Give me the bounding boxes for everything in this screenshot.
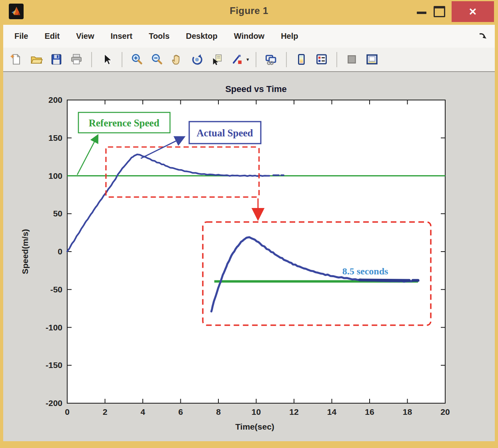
menu-file[interactable]: File	[14, 32, 28, 41]
x-tick-label: 6	[178, 407, 183, 416]
toolbar-separator	[91, 52, 92, 67]
minimize-button[interactable]	[413, 1, 430, 22]
insert-colorbar-icon[interactable]	[294, 52, 309, 68]
y-tick-label: 100	[48, 171, 62, 180]
rotate-3d-icon[interactable]	[190, 52, 205, 68]
zoom-in-icon[interactable]	[130, 52, 145, 68]
menu-help[interactable]: Help	[281, 32, 298, 41]
x-tick-label: 16	[365, 407, 374, 416]
x-axis-label: Time(sec)	[235, 422, 274, 431]
menu-bar: FileEditViewInsertToolsDesktopWindowHelp	[3, 25, 495, 48]
titlebar[interactable]: Figure 1 ✕	[0, 0, 498, 23]
toolbar-separator	[286, 52, 287, 67]
plot-area: 02468101214161820200150100500-50-100-150…	[3, 72, 495, 441]
x-tick-label: 20	[440, 407, 450, 416]
x-tick-label: 0	[65, 407, 70, 416]
menu-tools[interactable]: Tools	[149, 32, 170, 41]
window-controls: ✕	[413, 0, 494, 23]
toolbar-separator	[122, 52, 122, 67]
data-cursor-icon[interactable]	[210, 52, 225, 68]
menu-view[interactable]: View	[76, 32, 94, 41]
menu-insert[interactable]: Insert	[110, 32, 132, 41]
new-figure-icon[interactable]	[9, 52, 24, 68]
edit-plot-icon[interactable]	[99, 52, 114, 68]
settling-time-label: 8.5 seconds	[342, 266, 388, 276]
x-tick-label: 4	[140, 407, 145, 416]
toolbar: ▾	[3, 48, 495, 72]
y-tick-label: -100	[46, 323, 62, 332]
y-tick-label: 200	[48, 95, 62, 104]
brush-dropdown-caret-icon[interactable]: ▾	[246, 56, 249, 62]
save-figure-icon[interactable]	[49, 52, 64, 68]
y-tick-label: -150	[46, 360, 62, 370]
print-figure-icon[interactable]	[69, 52, 84, 68]
minimize-icon	[417, 12, 426, 14]
plot-title: Speed vs Time	[225, 84, 287, 94]
y-tick-label: -50	[50, 285, 62, 294]
insert-legend-icon[interactable]	[314, 52, 329, 68]
toolbar-separator	[336, 52, 337, 67]
axes-box	[67, 100, 445, 403]
y-tick-label: 0	[58, 247, 62, 256]
open-file-icon[interactable]	[29, 52, 44, 68]
maximize-icon	[434, 6, 445, 17]
x-tick-label: 12	[289, 407, 298, 416]
close-button[interactable]: ✕	[452, 1, 494, 22]
figure-canvas: 02468101214161820200150100500-50-100-150…	[3, 72, 495, 441]
y-axis-label: Speed(m/s)	[20, 229, 30, 274]
menu-edit[interactable]: Edit	[44, 32, 60, 41]
pan-icon[interactable]	[170, 52, 185, 68]
x-tick-label: 10	[252, 407, 261, 416]
show-plot-tools-icon[interactable]	[364, 52, 380, 68]
maximize-button[interactable]	[430, 1, 448, 22]
link-plot-icon[interactable]	[264, 52, 279, 68]
reference-speed-label: Reference Speed	[89, 118, 160, 128]
brush-data-icon[interactable]	[230, 52, 245, 68]
zoom-out-icon[interactable]	[150, 52, 165, 68]
actual-speed-label: Actual Speed	[197, 128, 253, 138]
hide-plot-tools-icon[interactable]	[344, 52, 360, 68]
y-tick-label: 50	[53, 209, 62, 218]
x-tick-label: 8	[216, 407, 221, 416]
x-tick-label: 18	[403, 407, 412, 416]
toolbar-separator	[256, 52, 256, 67]
menu-window[interactable]: Window	[234, 32, 264, 41]
x-tick-label: 2	[103, 407, 108, 416]
y-tick-label: -200	[46, 398, 62, 408]
dock-figure-icon[interactable]	[478, 31, 488, 41]
menu-desktop[interactable]: Desktop	[186, 32, 218, 41]
x-tick-label: 14	[327, 407, 337, 416]
y-tick-label: 150	[48, 133, 62, 142]
